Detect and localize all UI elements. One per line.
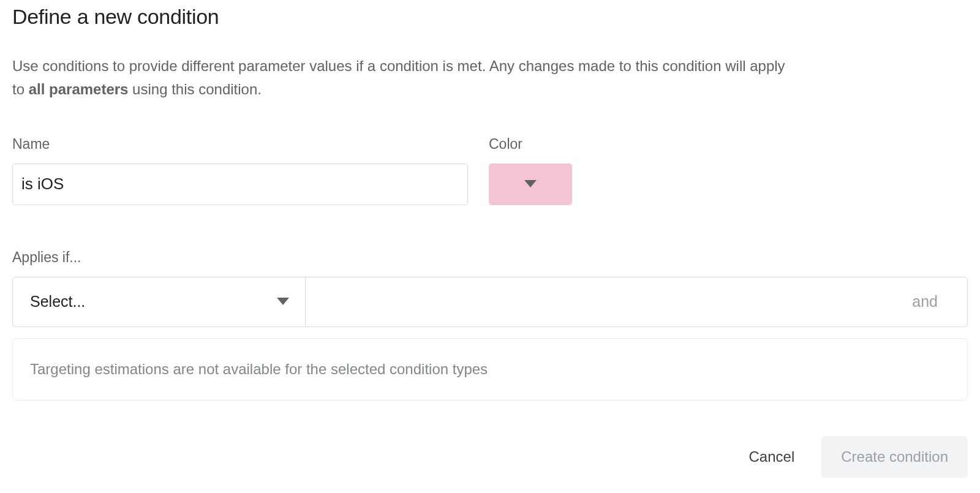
info-box: Targeting estimations are not available … [12,338,968,401]
chevron-down-icon [277,296,289,307]
description-bold: all parameters [29,81,129,97]
color-dropdown[interactable] [489,164,572,205]
and-text: and [912,293,938,310]
name-label: Name [12,136,468,152]
button-row: Cancel Create condition [12,436,968,478]
page-title: Define a new condition [12,5,968,29]
condition-select-dropdown[interactable]: Select... [13,277,306,326]
applies-if-label: Applies if... [12,249,968,266]
name-field-group: Name [12,136,468,205]
create-condition-button[interactable]: Create condition [821,436,968,478]
chevron-down-icon [524,179,537,190]
description-text: Use conditions to provide different para… [12,55,796,102]
cancel-button[interactable]: Cancel [744,441,800,473]
description-part2: using this condition. [128,81,261,97]
condition-spacer: and [306,277,967,326]
color-field-group: Color [489,136,572,205]
form-row: Name Color [12,136,968,205]
color-label: Color [489,136,572,152]
name-input[interactable] [12,164,468,205]
info-message: Targeting estimations are not available … [30,361,488,377]
condition-row: Select... and [12,277,968,327]
select-placeholder: Select... [30,293,85,310]
